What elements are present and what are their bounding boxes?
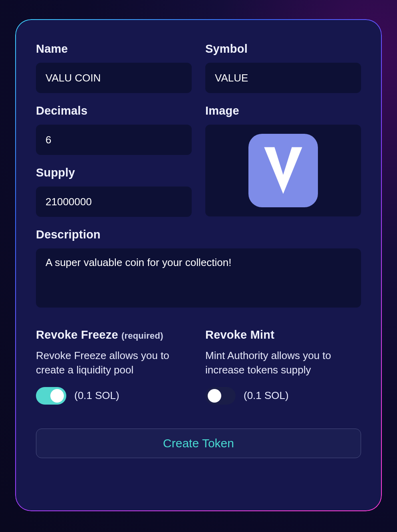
revoke-mint-toggle[interactable] [205,387,236,405]
row-revoke-options: Revoke Freeze (required) Revoke Freeze a… [36,328,361,405]
revoke-freeze-cost: (0.1 SOL) [74,389,119,402]
token-image-preview [248,134,318,207]
supply-input[interactable] [36,187,192,217]
field-symbol: Symbol [205,42,361,93]
token-letter-icon [261,145,306,197]
name-label: Name [36,42,192,56]
col-decimals-supply: Decimals Supply [36,104,192,217]
field-image: Image [205,104,361,217]
field-description: Description [36,228,361,309]
revoke-mint-title: Revoke Mint [205,328,361,341]
field-decimals: Decimals [36,104,192,155]
image-label: Image [205,104,361,117]
image-upload-box[interactable] [205,125,361,216]
field-name: Name [36,42,192,93]
supply-label: Supply [36,166,192,179]
toggle-knob [50,389,64,403]
revoke-freeze-desc: Revoke Freeze allows you to create a liq… [36,349,192,377]
name-input[interactable] [36,63,192,93]
symbol-label: Symbol [205,42,361,56]
revoke-mint-desc: Mint Authority allows you to increase to… [205,349,361,377]
revoke-mint-cost: (0.1 SOL) [244,389,289,402]
option-revoke-mint: Revoke Mint Mint Authority allows you to… [205,328,361,405]
revoke-freeze-toggle[interactable] [36,387,66,405]
revoke-freeze-toggle-row: (0.1 SOL) [36,387,192,405]
token-form-card: Name Symbol Decimals Supply Image [15,19,382,511]
field-supply: Supply [36,166,192,217]
description-input[interactable] [36,248,361,308]
description-label: Description [36,228,361,241]
row-decimals-image: Decimals Supply Image [36,104,361,217]
toggle-knob [208,389,221,403]
revoke-mint-toggle-row: (0.1 SOL) [205,387,361,405]
decimals-input[interactable] [36,125,192,155]
revoke-freeze-title-text: Revoke Freeze [36,328,118,341]
revoke-freeze-title: Revoke Freeze (required) [36,328,192,341]
decimals-label: Decimals [36,104,192,117]
row-name-symbol: Name Symbol [36,42,361,93]
option-revoke-freeze: Revoke Freeze (required) Revoke Freeze a… [36,328,192,405]
create-token-button[interactable]: Create Token [36,429,361,458]
symbol-input[interactable] [205,63,361,93]
revoke-freeze-required-tag: (required) [121,331,163,341]
